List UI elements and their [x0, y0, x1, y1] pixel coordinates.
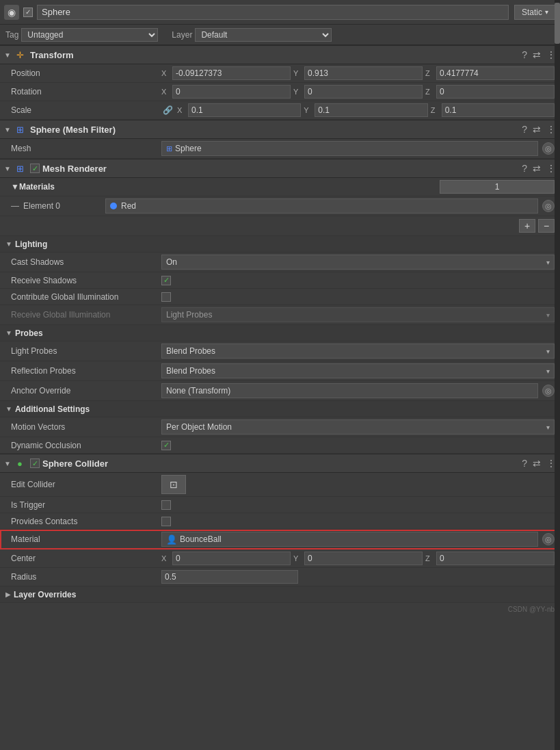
- material-add-remove: + −: [0, 216, 560, 236]
- provides-contacts-label: Provides Contacts: [11, 517, 161, 526]
- layer-overrides-label: Layer Overrides: [14, 590, 76, 599]
- scroll-thumb[interactable]: [555, 3, 560, 44]
- edit-collider-btn[interactable]: ⊡: [161, 475, 186, 494]
- cast-shadows-row: Cast Shadows On ▾: [0, 253, 560, 272]
- light-probes-label: Light Probes: [11, 346, 161, 356]
- dynamic-occlusion-checkbox[interactable]: ✓: [161, 441, 171, 450]
- scale-label: Scale: [11, 105, 161, 115]
- scale-x-input[interactable]: [188, 103, 301, 117]
- additional-settings-label: Additional Settings: [15, 404, 90, 414]
- is-trigger-label: Is Trigger: [11, 500, 161, 510]
- rot-x-input[interactable]: [172, 85, 291, 99]
- probes-header[interactable]: ▼ Probes: [0, 325, 560, 341]
- scrollbar[interactable]: [555, 0, 560, 750]
- sphere-collider-enable-checkbox[interactable]: ✓: [30, 458, 40, 468]
- layer-dropdown[interactable]: Default: [195, 28, 332, 42]
- rotation-row: Rotation X Y Z: [0, 83, 560, 101]
- center-row: Center X Y Z: [0, 549, 560, 568]
- position-value: X Y Z: [161, 66, 555, 80]
- pos-y-input[interactable]: [304, 66, 423, 80]
- motion-vectors-dropdown[interactable]: Per Object Motion ▾: [161, 419, 555, 435]
- dynamic-occlusion-label: Dynamic Occlusion: [11, 441, 161, 450]
- radius-input[interactable]: [161, 570, 298, 584]
- object-active-checkbox[interactable]: ✓: [23, 8, 33, 17]
- material-select-btn[interactable]: ◎: [542, 200, 555, 212]
- receive-gi-dropdown[interactable]: Light Probes ▾: [161, 307, 555, 322]
- tag-label: Tag: [5, 30, 18, 40]
- light-probes-arrow: ▾: [546, 348, 550, 355]
- center-z-input[interactable]: [436, 552, 555, 565]
- is-trigger-value: [161, 500, 555, 510]
- anchor-select-btn[interactable]: ◎: [542, 385, 555, 397]
- collider-material-label: Material: [11, 534, 161, 544]
- sphere-collider-help-icon[interactable]: ?: [522, 458, 527, 469]
- mesh-renderer-settings-icon[interactable]: ⇄: [533, 163, 541, 174]
- add-material-btn[interactable]: +: [519, 219, 535, 233]
- collider-material-select-btn[interactable]: ◎: [542, 533, 555, 545]
- rot-y-input[interactable]: [304, 85, 423, 99]
- edit-collider-icon: ⊡: [170, 479, 178, 490]
- material-name: Red: [121, 201, 136, 211]
- lighting-header[interactable]: ▼ Lighting: [0, 236, 560, 253]
- static-dropdown-arrow: ▾: [545, 8, 548, 16]
- dynamic-occlusion-row: Dynamic Occlusion ✓: [0, 437, 560, 454]
- contribute-gi-checkbox[interactable]: [161, 292, 171, 302]
- provides-contacts-checkbox[interactable]: [161, 517, 171, 526]
- mesh-select-btn[interactable]: ◎: [542, 142, 555, 155]
- mesh-renderer-title: Mesh Renderer: [42, 164, 522, 174]
- mesh-filter-settings-icon[interactable]: ⇄: [533, 124, 541, 135]
- contribute-gi-value: [161, 292, 555, 302]
- mesh-renderer-enable-checkbox[interactable]: ✓: [30, 164, 40, 173]
- anchor-override-label: Anchor Override: [11, 386, 161, 396]
- reflection-probes-dropdown[interactable]: Blend Probes ▾: [161, 363, 555, 378]
- cast-shadows-dropdown[interactable]: On ▾: [161, 255, 555, 270]
- sphere-collider-icon: ●: [14, 457, 26, 469]
- collider-material-value: 👤 BounceBall ◎: [161, 532, 555, 547]
- bounce-ball-icon: 👤: [166, 534, 177, 545]
- tag-layer-row: Tag Untagged Layer Default: [0, 25, 560, 45]
- center-label: Center: [11, 554, 161, 563]
- edit-collider-value: ⊡: [161, 475, 555, 494]
- anchor-override-field[interactable]: None (Transform): [161, 383, 538, 398]
- contribute-gi-label: Contribute Global Illumination: [11, 292, 161, 302]
- reflection-probes-label: Reflection Probes: [11, 366, 161, 376]
- mesh-filter-header[interactable]: ▼ ⊞ Sphere (Mesh Filter) ? ⇄ ⋮: [0, 120, 560, 139]
- transform-title: Transform: [30, 50, 522, 60]
- collider-material-field[interactable]: 👤 BounceBall: [161, 532, 538, 547]
- scale-z-input[interactable]: [442, 103, 555, 117]
- materials-count-input[interactable]: [440, 180, 555, 194]
- center-x-input[interactable]: [172, 552, 291, 565]
- sphere-collider-header[interactable]: ▼ ● ✓ Sphere Collider ? ⇄ ⋮: [0, 454, 560, 473]
- object-name-input[interactable]: [37, 5, 509, 20]
- transform-help-icon[interactable]: ?: [522, 49, 527, 60]
- static-dropdown[interactable]: Static ▾: [514, 5, 556, 20]
- remove-material-btn[interactable]: −: [538, 219, 555, 233]
- scale-y-input[interactable]: [315, 103, 427, 117]
- sphere-collider-settings-icon[interactable]: ⇄: [533, 458, 541, 469]
- layer-overrides-chevron: ▶: [5, 591, 11, 598]
- lighting-label: Lighting: [15, 240, 47, 249]
- mesh-filter-help-icon[interactable]: ?: [522, 124, 527, 135]
- radius-label: Radius: [11, 572, 161, 582]
- mesh-field[interactable]: ⊞ Sphere: [161, 141, 538, 156]
- mesh-renderer-help-icon[interactable]: ?: [522, 163, 527, 174]
- material-field[interactable]: Red: [105, 198, 538, 214]
- receive-shadows-checkbox[interactable]: ✓: [161, 276, 171, 285]
- receive-gi-label: Receive Global Illumination: [11, 310, 161, 320]
- edit-collider-label: Edit Collider: [11, 480, 161, 489]
- light-probes-dropdown[interactable]: Blend Probes ▾: [161, 344, 555, 359]
- contribute-gi-row: Contribute Global Illumination: [0, 289, 560, 305]
- radius-value: [161, 570, 555, 584]
- transform-settings-icon[interactable]: ⇄: [533, 49, 541, 60]
- additional-settings-header[interactable]: ▼ Additional Settings: [0, 401, 560, 417]
- pos-x-input[interactable]: [172, 66, 291, 80]
- mesh-renderer-header[interactable]: ▼ ⊞ ✓ Mesh Renderer ? ⇄ ⋮: [0, 159, 560, 178]
- transform-header[interactable]: ▼ ✛ Transform ? ⇄ ⋮: [0, 45, 560, 64]
- scale-xyz: 🔗 X Y Z: [161, 103, 555, 117]
- layer-overrides-header[interactable]: ▶ Layer Overrides: [0, 586, 560, 603]
- rot-z-input[interactable]: [436, 85, 555, 99]
- tag-dropdown[interactable]: Untagged: [21, 28, 158, 42]
- is-trigger-checkbox[interactable]: [161, 500, 171, 510]
- center-y-input[interactable]: [304, 552, 423, 565]
- pos-z-input[interactable]: [436, 66, 555, 80]
